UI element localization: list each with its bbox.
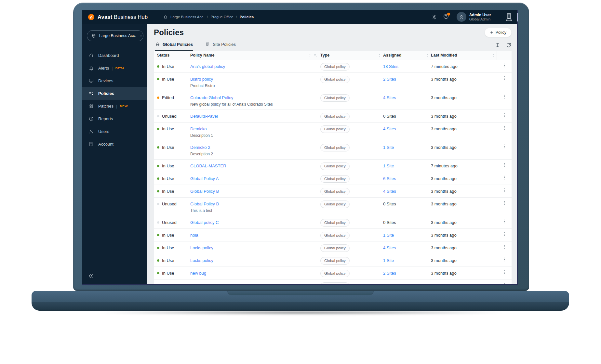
assigned-sites[interactable]: 4 Sites — [383, 91, 431, 100]
breadcrumb-separator: / — [236, 15, 237, 19]
policy-name-link[interactable]: Demicko — [190, 126, 207, 131]
status-cell: In Use — [154, 141, 190, 150]
avatar — [457, 12, 466, 22]
assigned-sites[interactable]: 1 Site — [383, 254, 431, 263]
column-last-modified[interactable]: Last Modified — [431, 51, 497, 60]
row-menu-icon[interactable] — [501, 219, 507, 224]
sidebar-item-users[interactable]: Users — [82, 125, 147, 138]
sidebar-item-account[interactable]: Account — [82, 138, 147, 150]
policy-name-link[interactable]: hola — [190, 233, 198, 238]
sidebar: Large Business Acc. DashboardAlerts|BETA… — [82, 24, 147, 285]
row-menu-icon[interactable] — [501, 94, 507, 99]
sidebar-item-devices[interactable]: Devices — [82, 74, 147, 87]
row-menu-icon[interactable] — [501, 144, 507, 149]
assigned-sites[interactable]: 1 Site — [383, 141, 431, 150]
policy-name-link[interactable]: new bug — [190, 271, 206, 276]
topbar: Avast Business Hub Large Business Acc./P… — [82, 10, 518, 24]
sidebar-item-alerts[interactable]: Alerts|BETA — [82, 62, 147, 74]
sidebar-item-patches[interactable]: Patches|NEW — [82, 100, 147, 112]
policy-name-cell: Global policy C — [190, 216, 320, 225]
policy-name-link[interactable]: Locks policy — [190, 245, 213, 250]
assigned-sites[interactable]: 1 Site — [383, 160, 431, 168]
row-menu-icon[interactable] — [501, 231, 507, 237]
row-menu-icon[interactable] — [501, 162, 507, 168]
column-type[interactable]: Type — [320, 51, 383, 60]
type-badge: Global policy — [320, 257, 350, 265]
column-status[interactable]: Status — [154, 51, 190, 60]
sidebar-item-reports[interactable]: Reports — [82, 112, 147, 125]
refresh-icon[interactable] — [506, 42, 512, 48]
sort-icon[interactable] — [426, 53, 429, 58]
policy-name-link[interactable]: Global Policy A — [190, 176, 219, 181]
status-cell: Unused — [154, 198, 190, 206]
account-selector[interactable]: Large Business Acc. — [87, 30, 143, 41]
policy-name-link[interactable]: Bistro policy — [190, 77, 213, 82]
status-label: Unused — [162, 114, 177, 119]
assigned-sites[interactable]: 2 Sites — [383, 73, 431, 82]
assigned-sites[interactable]: 6 Sites — [383, 172, 431, 181]
row-menu-icon[interactable] — [501, 125, 507, 131]
breadcrumb-item[interactable]: Large Business Acc. — [170, 15, 204, 19]
status-dot — [157, 190, 159, 192]
add-policy-button[interactable]: Policy — [485, 28, 512, 37]
row-menu-icon[interactable] — [501, 269, 507, 275]
last-modified: 3 months ago — [431, 123, 497, 131]
row-menu-icon[interactable] — [501, 257, 507, 262]
column-assigned[interactable]: Assigned — [383, 51, 431, 60]
gear-icon[interactable] — [431, 14, 437, 20]
policy-name-link[interactable]: Defaults-Pavel — [190, 114, 218, 119]
home-icon[interactable] — [163, 15, 168, 19]
scrollbar-thumb[interactable] — [517, 13, 518, 21]
assigned-sites[interactable]: 18 Sites — [383, 60, 431, 69]
assigned-sites[interactable]: 4 Sites — [383, 123, 431, 131]
assigned-sites[interactable]: 1 Site — [383, 229, 431, 238]
sidebar-item-label: Alerts — [98, 66, 109, 71]
policy-name-link[interactable]: Demicko 2 — [190, 145, 210, 150]
sort-icon[interactable] — [309, 53, 311, 58]
tab-global-policies[interactable]: Global Policies — [155, 42, 193, 51]
table-row: Unused Global policy C Global policy 0 S… — [154, 216, 512, 229]
policy-name-link[interactable]: GLOBAL-MASTER — [190, 163, 226, 168]
policy-description: Product Bistro — [190, 84, 320, 88]
row-menu-icon[interactable] — [501, 175, 507, 180]
sidebar-collapse-icon[interactable] — [87, 273, 94, 280]
policy-name-link[interactable]: Global Policy B — [190, 189, 219, 194]
status-dot — [157, 97, 159, 99]
tab-site-policies[interactable]: Site Policies — [205, 42, 236, 51]
avast-logo-icon — [88, 14, 95, 20]
card-icon — [88, 141, 94, 147]
breadcrumb-item[interactable]: Policies — [240, 15, 254, 19]
table-header: Status Policy Name Type Assigned — [154, 51, 512, 60]
scrollbar-track[interactable] — [517, 10, 518, 285]
policy-name-link[interactable]: Global Policy B — [190, 202, 219, 206]
user-name: Admin User — [469, 13, 491, 17]
row-menu-icon[interactable] — [501, 112, 507, 118]
row-menu-icon[interactable] — [501, 188, 507, 193]
policy-name-link[interactable]: Colorado Global Policy — [190, 95, 233, 100]
patches-icon — [88, 103, 94, 109]
sort-icon[interactable] — [492, 53, 495, 58]
brand-logo: Avast Business Hub — [88, 14, 163, 20]
company-switcher-icon[interactable] — [504, 12, 514, 21]
sidebar-item-policies[interactable]: Policies — [82, 87, 147, 100]
policy-name-link[interactable]: Global policy C — [190, 220, 219, 225]
policy-name-cell: new bug — [190, 267, 320, 276]
sort-icon[interactable] — [378, 53, 381, 58]
search-icon[interactable] — [313, 53, 317, 58]
row-menu-icon[interactable] — [501, 200, 507, 206]
fit-columns-icon[interactable] — [495, 42, 501, 48]
assigned-sites[interactable]: 4 Sites — [383, 241, 431, 250]
policy-name-link[interactable]: Ana's global policy — [190, 64, 225, 69]
column-policy-name[interactable]: Policy Name — [190, 51, 320, 60]
status-cell: In Use — [154, 60, 190, 69]
row-menu-icon[interactable] — [501, 244, 507, 250]
user-menu[interactable]: Admin User Global Admin — [457, 12, 491, 22]
row-menu-icon[interactable] — [501, 75, 507, 81]
assigned-sites[interactable]: 4 Sites — [383, 185, 431, 194]
sidebar-item-dashboard[interactable]: Dashboard — [82, 49, 147, 62]
row-menu-icon[interactable] — [501, 63, 507, 68]
policy-name-link[interactable]: Locks policy — [190, 258, 213, 263]
assigned-sites[interactable]: 2 Sites — [383, 267, 431, 276]
status-cell: Unused — [154, 110, 190, 119]
breadcrumb-item[interactable]: Prague Office — [210, 15, 233, 19]
